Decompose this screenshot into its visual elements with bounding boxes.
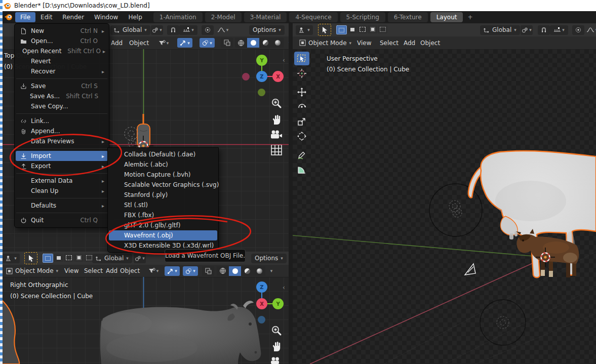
select-mode-set[interactable] <box>43 254 53 263</box>
proportional-editing-toggle[interactable] <box>572 25 584 35</box>
orientation-dropdown[interactable]: Global▾ <box>92 254 132 263</box>
visibility-dropdown[interactable]: ▾ <box>145 266 162 276</box>
submenu-item-collada[interactable]: Collada (Default) (.dae) <box>109 149 217 159</box>
gizmo-axis-x[interactable]: X <box>256 298 267 309</box>
workspace-tab-sequence[interactable]: 4-Sequence <box>289 12 337 22</box>
blender-logo-icon[interactable] <box>4 14 13 21</box>
menu-help[interactable]: Help <box>123 12 147 22</box>
menu-file[interactable]: File <box>15 12 35 22</box>
pivot-point-dropdown[interactable]: ▾ <box>521 25 533 35</box>
menu-edit[interactable]: Edit <box>35 12 57 22</box>
menu-render[interactable]: Render <box>57 12 89 22</box>
shading-material-button[interactable] <box>241 266 253 276</box>
show-overlays-toggle[interactable]: ▾ <box>183 266 198 276</box>
orientation-dropdown[interactable]: Global▾ <box>110 25 150 35</box>
workspace-tab-animation[interactable]: 1-Animation <box>153 12 203 22</box>
select-mode-invert[interactable] <box>368 25 377 33</box>
empty-sphere[interactable] <box>480 300 526 345</box>
show-gizmo-toggle[interactable]: ▾ <box>177 38 192 48</box>
select-mode-intersect[interactable] <box>378 25 387 33</box>
options-dropdown[interactable]: Options▾ <box>249 25 285 35</box>
object-menu[interactable]: Object <box>125 39 153 47</box>
submenu-item-motion-capture[interactable]: Motion Capture (.bvh) <box>109 170 217 180</box>
gizmo-axis-x-neg[interactable] <box>242 73 250 80</box>
mode-dropdown[interactable]: Object Mode▾ <box>296 38 355 48</box>
snap-target-dropdown[interactable]: ▾ <box>550 25 568 35</box>
menu-item-new[interactable]: NewCtrl N▸ <box>16 26 108 36</box>
light-cone-gizmo[interactable] <box>465 264 475 275</box>
show-gizmo-toggle[interactable]: ▾ <box>165 266 180 276</box>
visibility-dropdown[interactable]: ▾ <box>155 38 172 48</box>
tool-measure[interactable] <box>294 163 309 176</box>
select-mode-subtract[interactable] <box>64 254 73 262</box>
proportional-editing-toggle[interactable] <box>202 25 214 35</box>
tool-rotate[interactable] <box>294 100 309 113</box>
editor-type-dropdown[interactable]: ▾ <box>3 254 20 263</box>
gizmo-axis-z[interactable]: Z <box>256 71 267 82</box>
object-menu[interactable]: Object <box>115 267 144 274</box>
pivot-point-dropdown[interactable]: ▾ <box>151 25 163 35</box>
submenu-item-stl[interactable]: Stl (.stl) <box>109 200 217 210</box>
select-mode-invert[interactable] <box>74 254 84 262</box>
tool-select-box[interactable] <box>294 52 309 65</box>
gizmo-axis-y[interactable]: Y <box>272 298 284 309</box>
tool-cursor[interactable] <box>294 66 309 80</box>
add-workspace-button[interactable]: + <box>465 12 474 22</box>
shading-dropdown[interactable]: ▾ <box>265 266 277 276</box>
menu-item-revert[interactable]: Revert <box>16 56 108 66</box>
workspace-tab-texture[interactable]: 6-Texture <box>388 12 428 22</box>
menu-item-export[interactable]: Export▸ <box>16 161 108 171</box>
shading-material-button[interactable] <box>259 38 271 48</box>
orientation-dropdown[interactable]: Global▾ <box>480 25 520 35</box>
menu-item-data-previews[interactable]: Data Previews▸ <box>16 136 108 146</box>
empty-sphere[interactable] <box>429 184 482 236</box>
gray-cow[interactable] <box>100 301 261 364</box>
submenu-item-gltf[interactable]: glTF 2.0 (.glb/.gltf) <box>109 220 217 230</box>
menu-item-link[interactable]: Link... <box>16 116 108 126</box>
shading-rendered-button[interactable] <box>253 266 265 276</box>
shading-wireframe-button[interactable] <box>217 266 229 276</box>
tool-annotate[interactable] <box>294 148 309 161</box>
shading-rendered-button[interactable] <box>271 38 284 48</box>
submenu-item-svg[interactable]: Scalable Vector Graphics (.svg) <box>109 180 217 190</box>
menu-item-open-recent[interactable]: Open RecentShift Ctrl O▸ <box>16 46 108 56</box>
menu-item-open[interactable]: Open...Ctrl O <box>16 36 108 46</box>
snap-target-dropdown[interactable]: ▾ <box>179 25 197 35</box>
gizmo-axis-y-neg[interactable] <box>258 89 265 96</box>
view-menu[interactable]: View <box>352 39 376 47</box>
shading-wireframe-button[interactable] <box>235 38 247 48</box>
menu-item-external-data[interactable]: External Data▸ <box>16 176 108 186</box>
editor-type-dropdown[interactable]: ▾ <box>296 25 313 35</box>
menu-item-defaults[interactable]: Defaults▸ <box>16 200 108 211</box>
shading-solid-button[interactable] <box>229 266 241 276</box>
menu-item-append[interactable]: Append... <box>16 126 108 136</box>
select-mode-set[interactable] <box>336 25 347 34</box>
tool-move[interactable] <box>294 85 309 99</box>
menu-item-recover[interactable]: Recover▸ <box>16 66 108 76</box>
select-mode-extend[interactable] <box>54 254 63 262</box>
workspace-tab-model[interactable]: 2-Model <box>205 12 242 22</box>
edge-cow-fragment[interactable] <box>0 297 19 364</box>
submenu-item-fbx[interactable]: FBX (.fbx) <box>109 210 217 220</box>
xray-toggle[interactable] <box>221 38 233 48</box>
proportional-falloff-dropdown[interactable]: ▾ <box>584 25 596 35</box>
menu-item-save-as[interactable]: Save As...Shift Ctrl S <box>16 91 108 101</box>
snap-toggle[interactable] <box>167 25 179 35</box>
menu-item-quit[interactable]: QuitCtrl Q <box>16 215 108 225</box>
tool-scale[interactable] <box>294 114 309 128</box>
tool-transform[interactable] <box>294 129 309 143</box>
mode-dropdown[interactable]: Object Mode▾ <box>3 266 62 276</box>
submenu-item-wavefront-obj[interactable]: Wavefront (.obj) <box>109 230 217 240</box>
viewport-divider[interactable] <box>289 23 293 364</box>
snap-toggle[interactable] <box>538 25 550 35</box>
shading-solid-button[interactable] <box>247 38 259 48</box>
pivot-point-dropdown[interactable]: ▾ <box>134 254 146 263</box>
workspace-tab-scripting[interactable]: 5-Scripting <box>340 12 385 22</box>
menu-item-clean-up[interactable]: Clean Up▸ <box>16 186 108 196</box>
xray-toggle[interactable] <box>202 266 214 276</box>
select-mode-subtract[interactable] <box>357 25 367 33</box>
gizmo-axis-z-neg[interactable] <box>258 316 265 323</box>
active-tool-button[interactable] <box>318 24 331 36</box>
proportional-falloff-dropdown[interactable]: ▾ <box>214 25 232 35</box>
empty-objects[interactable] <box>125 127 139 148</box>
